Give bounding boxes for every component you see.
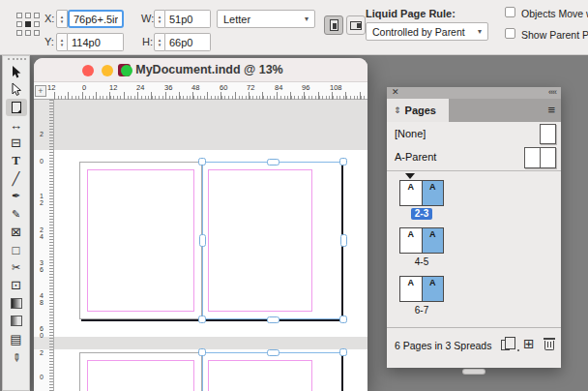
- y-stepper[interactable]: ▴ ▾: [56, 33, 68, 51]
- pasteboard-outer-area: [54, 337, 368, 349]
- create-new-page-icon[interactable]: ⊞: [523, 336, 535, 351]
- selection-handle-bottom-right[interactable]: [339, 316, 347, 323]
- landscape-orientation-button[interactable]: [346, 15, 366, 35]
- scissors-tool[interactable]: ✂: [6, 258, 27, 276]
- gradient-swatch-icon: [11, 298, 22, 309]
- y-input[interactable]: [68, 33, 124, 51]
- page-7-thumbnail-selected[interactable]: A: [422, 277, 444, 301]
- none-parent-thumbnail[interactable]: [540, 124, 556, 144]
- note-tool[interactable]: ▤: [6, 330, 27, 347]
- gap-tool[interactable]: ↔: [6, 116, 27, 134]
- free-transform-icon: ⊡: [11, 278, 21, 292]
- proxy-dot-center[interactable]: [25, 21, 31, 27]
- proxy-dot[interactable]: [25, 13, 31, 18]
- a-parent-thumbnail-left[interactable]: [524, 147, 541, 168]
- portrait-orientation-button[interactable]: [324, 15, 343, 35]
- page-size-select[interactable]: Letter ▾: [217, 10, 315, 28]
- spread-label-2-3[interactable]: 2-3: [399, 208, 444, 220]
- h-input[interactable]: [165, 33, 211, 51]
- collapse-panel-icon[interactable]: ««: [548, 87, 556, 97]
- close-icon[interactable]: ✕: [392, 87, 399, 97]
- page-3-thumbnail-selected[interactable]: A: [422, 181, 444, 205]
- page-6-thumbnail[interactable]: A: [400, 277, 422, 301]
- vertical-ruler[interactable]: 2 0 12 24 36 48 60 2 0: [34, 100, 54, 391]
- selection-handle-bottom-left[interactable]: [198, 316, 206, 323]
- document-canvas[interactable]: [54, 100, 368, 391]
- zoom-traffic-light[interactable]: [121, 65, 132, 76]
- selection-handle-top-middle[interactable]: [267, 349, 279, 356]
- eyedropper-tool[interactable]: ✐: [6, 347, 27, 365]
- tab-pages[interactable]: ⇕ Pages: [387, 99, 449, 122]
- selection-handle-top-middle[interactable]: [267, 159, 279, 165]
- proxy-dot[interactable]: [16, 13, 22, 18]
- proxy-dot[interactable]: [34, 13, 40, 18]
- selection-handle-top-left[interactable]: [198, 158, 206, 165]
- proxy-dot[interactable]: [34, 21, 40, 27]
- stepper-down-icon[interactable]: ▾: [159, 19, 162, 24]
- show-parent-overlay-checkbox[interactable]: [505, 28, 515, 39]
- rectangle-frame-tool[interactable]: ⊠: [6, 224, 27, 241]
- x-stepper[interactable]: ▴ ▾: [56, 10, 68, 28]
- line-tool[interactable]: ╱: [6, 169, 27, 187]
- spread-label-6-7[interactable]: 6-7: [399, 305, 444, 316]
- h-label: H:: [142, 36, 153, 47]
- window-titlebar[interactable]: Id MyDocument.indd @ 13%: [34, 58, 368, 82]
- direct-selection-tool[interactable]: [6, 80, 27, 98]
- pencil-tool[interactable]: ✎: [6, 205, 27, 223]
- free-transform-tool[interactable]: ⊡: [6, 277, 27, 294]
- type-tool[interactable]: T: [6, 152, 27, 169]
- pen-tool[interactable]: ✒: [6, 188, 27, 205]
- selection-tool[interactable]: [6, 63, 27, 80]
- pages-panel: ✕ «« ⇕ Pages ≡ [None] A-Parent A A 2-3: [387, 87, 561, 368]
- parent-page-none-label[interactable]: [None]: [395, 128, 426, 139]
- gradient-feather-tool[interactable]: [6, 312, 27, 329]
- w-input[interactable]: [165, 10, 211, 28]
- page-4-thumbnail[interactable]: A: [400, 228, 422, 253]
- panel-menu-icon[interactable]: ≡: [547, 103, 555, 117]
- gradient-swatch-tool[interactable]: [6, 294, 27, 312]
- selection-handle-top-right[interactable]: [339, 348, 347, 356]
- gradient-feather-icon: [11, 316, 22, 326]
- minimize-traffic-light[interactable]: [102, 65, 113, 76]
- spread-thumbnail-6-7[interactable]: A A: [399, 276, 444, 302]
- a-parent-thumbnail-right[interactable]: [540, 147, 556, 168]
- rectangle-tool[interactable]: □: [6, 241, 27, 258]
- ruler-ticks: [54, 92, 368, 100]
- spread-label-4-5[interactable]: 4-5: [399, 256, 444, 267]
- toolbar-grip[interactable]: [8, 58, 26, 61]
- close-traffic-light[interactable]: [82, 65, 94, 76]
- w-stepper[interactable]: ▴ ▾: [154, 10, 165, 28]
- page-5-thumbnail-selected[interactable]: A: [422, 228, 444, 253]
- parent-page-a-label[interactable]: A-Parent: [395, 151, 436, 163]
- content-collector-tool[interactable]: ⊟: [6, 135, 27, 152]
- selection-handle-top-left[interactable]: [198, 348, 206, 356]
- h-stepper[interactable]: ▴ ▾: [154, 33, 165, 51]
- page-tool[interactable]: [6, 99, 27, 116]
- panel-resize-grip[interactable]: [463, 370, 485, 374]
- stepper-down-icon[interactable]: ▾: [61, 19, 64, 24]
- selection-handle-top-right[interactable]: [339, 158, 347, 165]
- x-input[interactable]: [68, 10, 124, 28]
- stepper-down-icon[interactable]: ▾: [61, 43, 64, 47]
- reference-point-proxy[interactable]: [16, 13, 42, 38]
- proxy-dot[interactable]: [25, 30, 31, 36]
- spread-thumbnail-2-3[interactable]: A A: [399, 180, 444, 206]
- stepper-down-icon[interactable]: ▾: [159, 43, 162, 47]
- spread-thumbnail-4-5[interactable]: A A: [399, 227, 444, 254]
- selection-handle-middle-left[interactable]: [199, 234, 206, 247]
- selection-handle-middle-right[interactable]: [340, 234, 347, 247]
- proxy-dot[interactable]: [16, 30, 22, 36]
- selection-handle-bottom-middle[interactable]: [267, 316, 279, 323]
- delete-page-icon[interactable]: [544, 341, 554, 350]
- line-icon: ╱: [13, 171, 20, 186]
- landscape-icon: [350, 21, 362, 30]
- liquid-page-rule-select[interactable]: Controlled by Parent ▾: [366, 22, 488, 41]
- pages-panel-statusbar: 6 Pages in 3 Spreads ⊞: [387, 327, 561, 368]
- ruler-number: 2: [40, 350, 45, 357]
- proxy-dot[interactable]: [34, 30, 40, 36]
- objects-move-checkbox[interactable]: [505, 7, 515, 17]
- page-2-thumbnail[interactable]: A: [400, 181, 422, 205]
- edit-page-size-icon[interactable]: [501, 340, 510, 350]
- proxy-dot[interactable]: [16, 21, 22, 27]
- horizontal-ruler[interactable]: + 12 0 12 24 36 48 60 72 84 96 108: [34, 82, 368, 100]
